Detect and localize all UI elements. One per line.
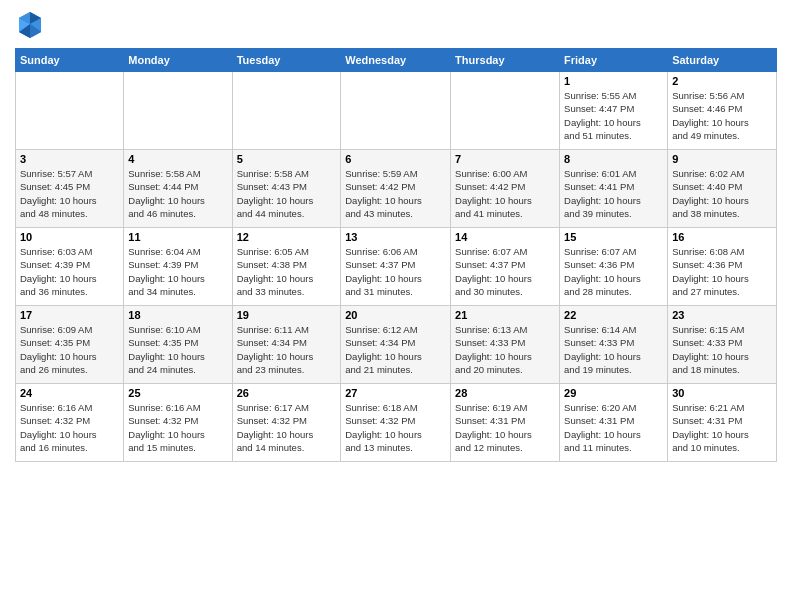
- day-info: Sunrise: 6:13 AM Sunset: 4:33 PM Dayligh…: [455, 323, 555, 376]
- day-info: Sunrise: 5:57 AM Sunset: 4:45 PM Dayligh…: [20, 167, 119, 220]
- calendar-week-row: 3Sunrise: 5:57 AM Sunset: 4:45 PM Daylig…: [16, 150, 777, 228]
- main-container: SundayMondayTuesdayWednesdayThursdayFrid…: [0, 0, 792, 472]
- calendar-cell: [451, 72, 560, 150]
- calendar-cell: 19Sunrise: 6:11 AM Sunset: 4:34 PM Dayli…: [232, 306, 341, 384]
- day-number: 5: [237, 153, 337, 165]
- day-info: Sunrise: 6:05 AM Sunset: 4:38 PM Dayligh…: [237, 245, 337, 298]
- day-number: 12: [237, 231, 337, 243]
- calendar-cell: [124, 72, 232, 150]
- calendar-cell: 1Sunrise: 5:55 AM Sunset: 4:47 PM Daylig…: [560, 72, 668, 150]
- day-number: 15: [564, 231, 663, 243]
- day-number: 17: [20, 309, 119, 321]
- weekday-header-thursday: Thursday: [451, 49, 560, 72]
- calendar-cell: 20Sunrise: 6:12 AM Sunset: 4:34 PM Dayli…: [341, 306, 451, 384]
- calendar-cell: 7Sunrise: 6:00 AM Sunset: 4:42 PM Daylig…: [451, 150, 560, 228]
- day-number: 19: [237, 309, 337, 321]
- calendar-cell: 10Sunrise: 6:03 AM Sunset: 4:39 PM Dayli…: [16, 228, 124, 306]
- calendar-cell: 29Sunrise: 6:20 AM Sunset: 4:31 PM Dayli…: [560, 384, 668, 462]
- day-info: Sunrise: 6:10 AM Sunset: 4:35 PM Dayligh…: [128, 323, 227, 376]
- day-info: Sunrise: 6:12 AM Sunset: 4:34 PM Dayligh…: [345, 323, 446, 376]
- weekday-header-tuesday: Tuesday: [232, 49, 341, 72]
- calendar-cell: [16, 72, 124, 150]
- day-number: 2: [672, 75, 772, 87]
- day-info: Sunrise: 6:06 AM Sunset: 4:37 PM Dayligh…: [345, 245, 446, 298]
- day-number: 27: [345, 387, 446, 399]
- logo-icon: [15, 10, 45, 40]
- day-info: Sunrise: 6:15 AM Sunset: 4:33 PM Dayligh…: [672, 323, 772, 376]
- weekday-header-sunday: Sunday: [16, 49, 124, 72]
- calendar-cell: 9Sunrise: 6:02 AM Sunset: 4:40 PM Daylig…: [668, 150, 777, 228]
- day-info: Sunrise: 5:58 AM Sunset: 4:43 PM Dayligh…: [237, 167, 337, 220]
- day-info: Sunrise: 6:14 AM Sunset: 4:33 PM Dayligh…: [564, 323, 663, 376]
- calendar-cell: 16Sunrise: 6:08 AM Sunset: 4:36 PM Dayli…: [668, 228, 777, 306]
- day-info: Sunrise: 6:11 AM Sunset: 4:34 PM Dayligh…: [237, 323, 337, 376]
- logo: [15, 10, 49, 40]
- day-info: Sunrise: 6:21 AM Sunset: 4:31 PM Dayligh…: [672, 401, 772, 454]
- day-info: Sunrise: 6:20 AM Sunset: 4:31 PM Dayligh…: [564, 401, 663, 454]
- calendar-cell: 15Sunrise: 6:07 AM Sunset: 4:36 PM Dayli…: [560, 228, 668, 306]
- weekday-header-friday: Friday: [560, 49, 668, 72]
- day-number: 7: [455, 153, 555, 165]
- calendar-week-row: 10Sunrise: 6:03 AM Sunset: 4:39 PM Dayli…: [16, 228, 777, 306]
- calendar-cell: 26Sunrise: 6:17 AM Sunset: 4:32 PM Dayli…: [232, 384, 341, 462]
- weekday-header-wednesday: Wednesday: [341, 49, 451, 72]
- day-number: 1: [564, 75, 663, 87]
- calendar-cell: 23Sunrise: 6:15 AM Sunset: 4:33 PM Dayli…: [668, 306, 777, 384]
- calendar-cell: 12Sunrise: 6:05 AM Sunset: 4:38 PM Dayli…: [232, 228, 341, 306]
- day-info: Sunrise: 6:04 AM Sunset: 4:39 PM Dayligh…: [128, 245, 227, 298]
- calendar-cell: 11Sunrise: 6:04 AM Sunset: 4:39 PM Dayli…: [124, 228, 232, 306]
- calendar-cell: 13Sunrise: 6:06 AM Sunset: 4:37 PM Dayli…: [341, 228, 451, 306]
- day-number: 26: [237, 387, 337, 399]
- calendar-cell: 2Sunrise: 5:56 AM Sunset: 4:46 PM Daylig…: [668, 72, 777, 150]
- day-info: Sunrise: 6:16 AM Sunset: 4:32 PM Dayligh…: [20, 401, 119, 454]
- day-number: 23: [672, 309, 772, 321]
- calendar-cell: 21Sunrise: 6:13 AM Sunset: 4:33 PM Dayli…: [451, 306, 560, 384]
- calendar-week-row: 17Sunrise: 6:09 AM Sunset: 4:35 PM Dayli…: [16, 306, 777, 384]
- day-info: Sunrise: 5:56 AM Sunset: 4:46 PM Dayligh…: [672, 89, 772, 142]
- day-number: 28: [455, 387, 555, 399]
- day-number: 25: [128, 387, 227, 399]
- header: [15, 10, 777, 40]
- calendar-cell: 27Sunrise: 6:18 AM Sunset: 4:32 PM Dayli…: [341, 384, 451, 462]
- calendar-cell: 4Sunrise: 5:58 AM Sunset: 4:44 PM Daylig…: [124, 150, 232, 228]
- calendar-week-row: 24Sunrise: 6:16 AM Sunset: 4:32 PM Dayli…: [16, 384, 777, 462]
- calendar-table: SundayMondayTuesdayWednesdayThursdayFrid…: [15, 48, 777, 462]
- day-info: Sunrise: 6:18 AM Sunset: 4:32 PM Dayligh…: [345, 401, 446, 454]
- calendar-cell: 6Sunrise: 5:59 AM Sunset: 4:42 PM Daylig…: [341, 150, 451, 228]
- day-info: Sunrise: 6:08 AM Sunset: 4:36 PM Dayligh…: [672, 245, 772, 298]
- day-number: 29: [564, 387, 663, 399]
- day-number: 21: [455, 309, 555, 321]
- day-info: Sunrise: 5:59 AM Sunset: 4:42 PM Dayligh…: [345, 167, 446, 220]
- calendar-cell: 28Sunrise: 6:19 AM Sunset: 4:31 PM Dayli…: [451, 384, 560, 462]
- weekday-header-saturday: Saturday: [668, 49, 777, 72]
- day-info: Sunrise: 6:19 AM Sunset: 4:31 PM Dayligh…: [455, 401, 555, 454]
- calendar-cell: 25Sunrise: 6:16 AM Sunset: 4:32 PM Dayli…: [124, 384, 232, 462]
- day-info: Sunrise: 6:00 AM Sunset: 4:42 PM Dayligh…: [455, 167, 555, 220]
- day-info: Sunrise: 6:07 AM Sunset: 4:37 PM Dayligh…: [455, 245, 555, 298]
- day-info: Sunrise: 6:07 AM Sunset: 4:36 PM Dayligh…: [564, 245, 663, 298]
- day-number: 3: [20, 153, 119, 165]
- calendar-cell: 22Sunrise: 6:14 AM Sunset: 4:33 PM Dayli…: [560, 306, 668, 384]
- calendar-cell: 24Sunrise: 6:16 AM Sunset: 4:32 PM Dayli…: [16, 384, 124, 462]
- day-info: Sunrise: 5:58 AM Sunset: 4:44 PM Dayligh…: [128, 167, 227, 220]
- day-number: 11: [128, 231, 227, 243]
- calendar-week-row: 1Sunrise: 5:55 AM Sunset: 4:47 PM Daylig…: [16, 72, 777, 150]
- calendar-cell: 30Sunrise: 6:21 AM Sunset: 4:31 PM Dayli…: [668, 384, 777, 462]
- day-number: 4: [128, 153, 227, 165]
- day-number: 22: [564, 309, 663, 321]
- day-info: Sunrise: 6:17 AM Sunset: 4:32 PM Dayligh…: [237, 401, 337, 454]
- weekday-header-row: SundayMondayTuesdayWednesdayThursdayFrid…: [16, 49, 777, 72]
- calendar-cell: 14Sunrise: 6:07 AM Sunset: 4:37 PM Dayli…: [451, 228, 560, 306]
- calendar-cell: 17Sunrise: 6:09 AM Sunset: 4:35 PM Dayli…: [16, 306, 124, 384]
- calendar-cell: 18Sunrise: 6:10 AM Sunset: 4:35 PM Dayli…: [124, 306, 232, 384]
- day-number: 18: [128, 309, 227, 321]
- day-number: 30: [672, 387, 772, 399]
- day-number: 16: [672, 231, 772, 243]
- day-info: Sunrise: 5:55 AM Sunset: 4:47 PM Dayligh…: [564, 89, 663, 142]
- day-info: Sunrise: 6:09 AM Sunset: 4:35 PM Dayligh…: [20, 323, 119, 376]
- day-number: 24: [20, 387, 119, 399]
- day-info: Sunrise: 6:02 AM Sunset: 4:40 PM Dayligh…: [672, 167, 772, 220]
- weekday-header-monday: Monday: [124, 49, 232, 72]
- calendar-cell: 5Sunrise: 5:58 AM Sunset: 4:43 PM Daylig…: [232, 150, 341, 228]
- day-number: 9: [672, 153, 772, 165]
